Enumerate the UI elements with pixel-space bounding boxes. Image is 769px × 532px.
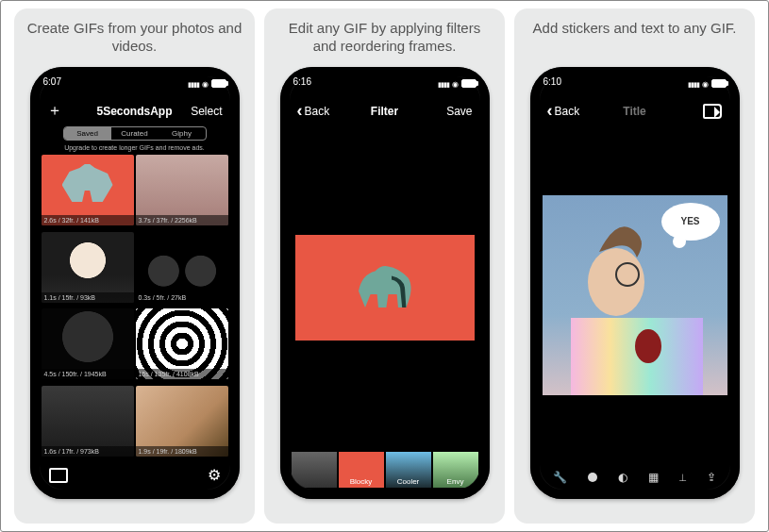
gif-tile[interactable]: 1.1s / 15fr. / 93kB: [42, 232, 134, 303]
filter-option[interactable]: Envy: [433, 452, 478, 488]
back-label: Back: [305, 105, 330, 118]
filter-option[interactable]: Cooler: [386, 452, 431, 488]
phone-mock: 6:10 Back Title: [530, 67, 740, 499]
phone-notch: [588, 67, 682, 88]
sticker-canvas[interactable]: YES: [540, 125, 730, 465]
slide-caption: Create GIFs from your photos and videos.: [25, 20, 243, 58]
gif-tile[interactable]: 1.9s / 19fr. / 1809kB: [136, 386, 228, 457]
select-button[interactable]: Select: [184, 105, 222, 118]
nav-title: Filter: [371, 105, 398, 118]
tool-grid-icon[interactable]: ▦: [648, 471, 659, 484]
tool-selected-indicator[interactable]: [588, 473, 597, 482]
filter-option[interactable]: [292, 452, 337, 488]
screen: Back Filter Save Blocky: [290, 76, 480, 490]
nav-bar: Back Filter Save: [290, 97, 480, 125]
plus-icon: [47, 101, 62, 121]
phone-mock: 6:07 5SecondsApp Select Saved Curated Gi…: [30, 67, 240, 499]
segment-curated[interactable]: Curated: [111, 127, 159, 140]
slide-1: Create GIFs from your photos and videos.…: [14, 8, 255, 524]
chevron-left-icon: [297, 101, 303, 121]
tool-crop-icon[interactable]: ⟂: [679, 471, 686, 484]
bottom-toolbar: [40, 460, 230, 490]
screen: Back Title YES: [540, 76, 730, 490]
person-art: [543, 195, 727, 395]
tile-meta: 1.9s / 19fr. / 1809kB: [136, 446, 228, 457]
gif-tile[interactable]: 0.3s / 5fr. / 27kB: [136, 232, 228, 303]
elephant-art: [352, 259, 418, 316]
signal-icon: [688, 78, 699, 89]
battery-icon: [211, 79, 226, 88]
gif-tile[interactable]: 1.6s / 17fr. / 973kB: [42, 386, 134, 457]
battery-icon: [461, 79, 476, 88]
back-button[interactable]: Back: [297, 101, 335, 121]
signal-icon: [188, 78, 199, 89]
tile-meta: 3.7s / 37fr. / 2256kB: [136, 215, 228, 225]
wifi-icon: [702, 78, 709, 89]
nav-title: Title: [623, 105, 645, 118]
preview-image: [295, 235, 475, 341]
save-button[interactable]: Save: [435, 105, 473, 118]
status-time: 6:16: [293, 76, 311, 90]
wifi-icon: [452, 78, 459, 89]
tile-meta: 15s / 135fr. / 4108kB: [136, 369, 228, 379]
screenshots-container: Create GIFs from your photos and videos.…: [0, 0, 769, 532]
phone-mock: 6:16 Back Filter Save: [280, 67, 490, 499]
back-label: Back: [555, 105, 580, 118]
segment-giphy[interactable]: Giphy: [159, 127, 206, 140]
settings-icon[interactable]: [208, 466, 221, 484]
tile-meta: 2.6s / 32fr. / 141kB: [42, 215, 134, 225]
phone-notch: [338, 67, 432, 88]
tile-meta: 1.6s / 17fr. / 973kB: [42, 446, 134, 457]
status-time: 6:10: [543, 76, 561, 90]
gif-tile[interactable]: 2.6s / 32fr. / 141kB: [42, 155, 134, 225]
tag-button[interactable]: [684, 104, 722, 119]
status-time: 6:07: [43, 76, 61, 90]
label-icon[interactable]: [49, 468, 68, 483]
wifi-icon: [202, 78, 209, 89]
filter-strip: Blocky Cooler Envy: [290, 450, 480, 490]
add-button[interactable]: [47, 101, 85, 121]
gif-image: YES: [543, 195, 727, 395]
slide-caption: Edit any GIF by applying filters and reo…: [276, 20, 493, 58]
svg-point-3: [635, 329, 661, 363]
filter-option[interactable]: Blocky: [339, 452, 384, 488]
back-button[interactable]: Back: [547, 101, 585, 121]
gif-tile[interactable]: 3.7s / 37fr. / 2256kB: [136, 155, 228, 225]
segmented-control[interactable]: Saved Curated Giphy: [63, 126, 207, 141]
slide-3: Add stickers and text to any GIF. 6:10 B…: [514, 8, 755, 524]
phone-notch: [88, 67, 182, 88]
tool-wrench-icon[interactable]: 🔧: [553, 471, 567, 484]
tag-icon: [703, 104, 722, 119]
slide-caption: Add stickers and text to any GIF.: [533, 20, 737, 58]
tool-speed-icon[interactable]: ◐: [618, 471, 627, 484]
signal-icon: [438, 78, 449, 89]
tile-meta: 1.1s / 15fr. / 93kB: [42, 292, 134, 303]
slide-2: Edit any GIF by applying filters and reo…: [264, 8, 505, 524]
svg-rect-2: [571, 318, 703, 395]
gif-grid: 2.6s / 32fr. / 141kB 3.7s / 37fr. / 2256…: [40, 155, 230, 460]
nav-bar: Back Title: [540, 97, 730, 125]
share-icon[interactable]: ⇪: [707, 471, 716, 484]
tile-meta: 4.5s / 150fr. / 1945kB: [42, 369, 134, 379]
gif-tile[interactable]: 4.5s / 150fr. / 1945kB: [42, 308, 134, 379]
battery-icon: [711, 79, 727, 88]
chevron-left-icon: [547, 101, 553, 121]
tile-meta: 0.3s / 5fr. / 27kB: [136, 292, 228, 303]
segment-saved[interactable]: Saved: [64, 127, 111, 140]
gif-tile[interactable]: 15s / 135fr. / 4108kB: [136, 308, 228, 379]
filter-preview[interactable]: [290, 125, 480, 450]
nav-bar: 5SecondsApp Select: [40, 97, 230, 125]
screen: 5SecondsApp Select Saved Curated Giphy U…: [40, 76, 230, 490]
upgrade-banner[interactable]: Upgrade to create longer GIFs and remove…: [40, 142, 230, 155]
editor-toolbar: 🔧 ◐ ▦ ⟂ ⇪: [540, 465, 730, 490]
nav-title: 5SecondsApp: [96, 105, 172, 118]
